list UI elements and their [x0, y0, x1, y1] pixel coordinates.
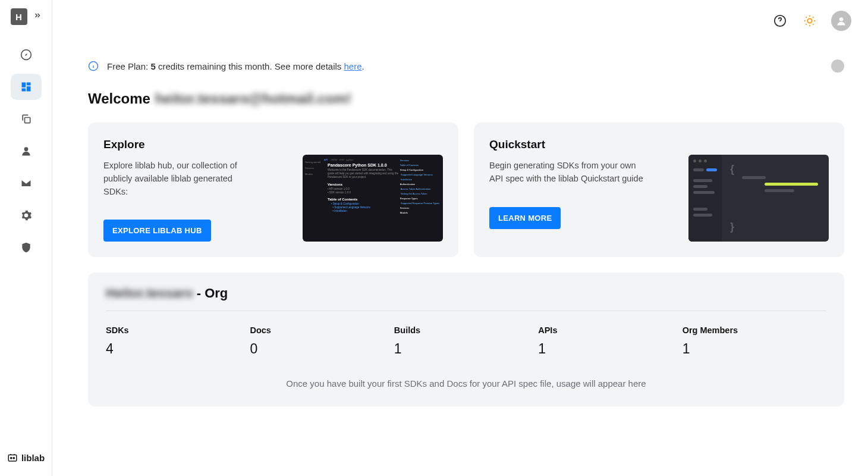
org-stats: SDKs 4 Docs 0 Builds 1 APIs 1 [106, 325, 826, 357]
org-avatar[interactable]: H [11, 8, 27, 25]
org-suffix: - Org [197, 286, 228, 301]
plan-count: 5 [150, 61, 155, 71]
svg-rect-7 [8, 455, 17, 462]
stat-label: SDKs [106, 325, 250, 335]
main-content: Free Plan: 5 credits remaining this mont… [52, 0, 868, 476]
stat-label: Builds [394, 325, 538, 335]
topbar [772, 11, 851, 31]
quickstart-title: Quickstart [489, 138, 677, 151]
stat-label: Org Members [683, 325, 826, 335]
quickstart-card: Quickstart Begin generating SDKs from yo… [474, 123, 844, 257]
help-icon[interactable] [772, 12, 788, 29]
stat-label: APIs [538, 325, 682, 335]
quickstart-preview-image: { } [688, 155, 829, 242]
stat-value: 1 [394, 341, 538, 357]
stat-members: Org Members 1 [683, 325, 826, 357]
stat-value: 0 [250, 341, 394, 357]
org-card: Heitor.tessaro - Org SDKs 4 Docs 0 Build… [88, 273, 844, 406]
svg-point-6 [24, 147, 28, 151]
stat-builds: Builds 1 [394, 325, 538, 357]
explore-button[interactable]: EXPLORE LIBLAB HUB [103, 220, 211, 242]
theme-toggle-icon[interactable] [801, 12, 818, 29]
nav-settings[interactable] [11, 202, 42, 228]
explore-preview-image: Getting startedServicesModels API JSON Z… [303, 155, 443, 242]
quickstart-desc: Begin generating SDKs from your own API … [489, 159, 644, 186]
nav-dashboard[interactable] [11, 74, 42, 100]
info-icon [88, 61, 99, 71]
svg-point-11 [807, 18, 812, 23]
svg-rect-3 [26, 86, 30, 91]
svg-rect-1 [21, 83, 26, 87]
stat-value: 1 [538, 341, 682, 357]
welcome-heading: Welcome heitor.tessaro@hotmail.com! [88, 90, 844, 107]
stat-value: 1 [683, 341, 826, 357]
svg-point-12 [839, 17, 844, 21]
brand-name: liblab [21, 453, 45, 463]
nav-security[interactable] [11, 234, 42, 261]
user-avatar[interactable] [831, 11, 851, 31]
explore-card: Explore Explore liblab hub, our collecti… [88, 123, 458, 257]
welcome-label: Welcome [88, 90, 150, 107]
stat-sdks: SDKs 4 [106, 325, 250, 357]
stat-value: 4 [106, 341, 250, 357]
nav-users[interactable] [11, 138, 42, 164]
expand-sidebar-icon[interactable] [33, 11, 42, 22]
svg-rect-4 [21, 89, 26, 92]
svg-rect-5 [24, 118, 30, 123]
plan-banner: Free Plan: 5 credits remaining this mont… [88, 60, 844, 73]
stat-label: Docs [250, 325, 394, 335]
stat-apis: APIs 1 [538, 325, 682, 357]
plan-prefix: Free Plan: [107, 61, 150, 71]
svg-point-8 [11, 458, 12, 459]
stat-docs: Docs 0 [250, 325, 394, 357]
quickstart-button[interactable]: LEARN MORE [489, 207, 561, 229]
svg-rect-2 [26, 83, 30, 86]
explore-desc: Explore liblab hub, our collection of pu… [103, 159, 258, 198]
org-name: Heitor.tessaro [106, 286, 193, 301]
nav-explore[interactable] [11, 42, 42, 68]
banner-avatar [831, 60, 844, 73]
plan-details-link[interactable]: here [344, 61, 362, 71]
plan-suffix: . [362, 61, 364, 71]
nav-messages[interactable] [11, 170, 42, 196]
brand-logo[interactable]: liblab [7, 452, 45, 463]
explore-title: Explore [103, 138, 291, 151]
usage-note: Once you have built your first SDKs and … [106, 378, 826, 389]
nav-copy[interactable] [11, 106, 42, 132]
welcome-user: heitor.tessaro@hotmail.com! [155, 90, 351, 107]
plan-mid: credits remaining this month. See more d… [156, 61, 344, 71]
sidebar: H [0, 0, 52, 476]
svg-point-9 [13, 458, 14, 459]
org-title: Heitor.tessaro - Org [106, 286, 826, 311]
